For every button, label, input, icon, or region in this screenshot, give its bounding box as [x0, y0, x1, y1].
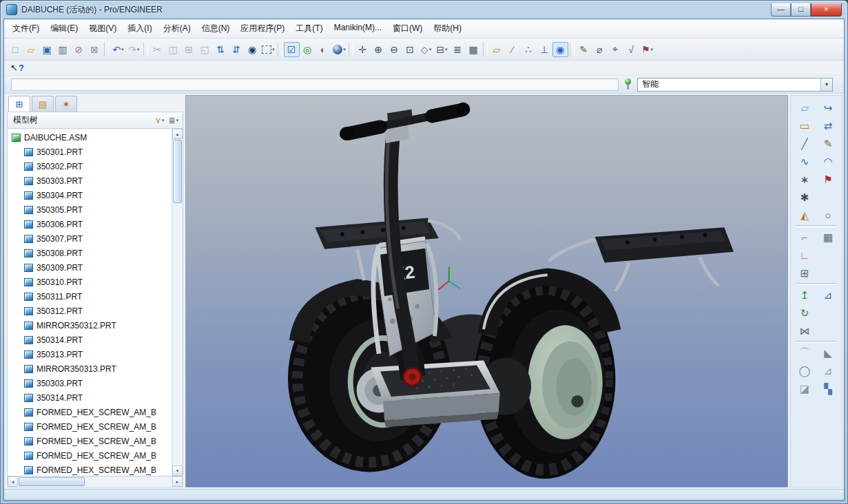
- tree-item[interactable]: 350312.PRT: [8, 304, 172, 318]
- vertical-scroll-thumb[interactable]: [173, 140, 182, 203]
- tree-item[interactable]: MIRROR350313.PRT: [8, 361, 172, 376]
- menu-item[interactable]: 帮助(H): [428, 21, 467, 36]
- feature-tool-icon[interactable]: [796, 225, 837, 227]
- annotation-gtol-icon[interactable]: ⌖: [608, 42, 623, 57]
- tree-item[interactable]: DAIBUCHE.ASM: [8, 130, 172, 145]
- menu-item[interactable]: 编辑(E): [45, 21, 83, 36]
- round-tool-icon[interactable]: ⌒: [796, 345, 814, 361]
- tree-item[interactable]: 350303.PRT: [8, 376, 172, 390]
- scroll-left-icon[interactable]: ◂: [8, 476, 18, 487]
- tree-item[interactable]: 350314.PRT: [8, 333, 172, 347]
- appearance-icon[interactable]: ◐: [316, 42, 331, 57]
- feature-tool-icon[interactable]: [796, 341, 837, 343]
- favorites-tab[interactable]: ✶: [55, 96, 77, 112]
- delete-old-versions-icon[interactable]: ⊠: [87, 42, 103, 57]
- combo-dropdown-icon[interactable]: ▾: [820, 78, 832, 91]
- title-bar[interactable]: DAIBUCHE (活动的) - Pro/ENGINEER — □ ×: [3, 1, 845, 19]
- tree-vertical-scrollbar[interactable]: ▴ ▾: [172, 129, 183, 476]
- revolve-tool-icon[interactable]: ↻: [796, 305, 814, 321]
- spin-center-toggle-icon[interactable]: ◉: [552, 42, 568, 57]
- context-help-icon[interactable]: ↖?: [10, 63, 24, 73]
- menu-item[interactable]: 分析(A): [158, 21, 196, 36]
- balloon-tool-icon[interactable]: ○: [819, 207, 837, 223]
- tree-item[interactable]: 350303.PRT: [8, 174, 172, 188]
- offset-edge-icon[interactable]: ∟: [796, 247, 814, 263]
- toolbar-icon[interactable]: [278, 43, 282, 56]
- tree-item[interactable]: 350306.PRT: [8, 217, 172, 231]
- surface-tool-icon[interactable]: ◠: [819, 154, 837, 169]
- pattern-tool-icon[interactable]: ▚: [819, 381, 837, 397]
- orient-icon[interactable]: ◇▾: [418, 42, 434, 57]
- tree-item[interactable]: MIRROR350312.PRT: [8, 318, 172, 333]
- shell-tool-icon[interactable]: ◯: [796, 363, 814, 379]
- view-manager-icon[interactable]: ▦: [466, 42, 482, 57]
- tree-item[interactable]: FORMED_HEX_SCREW_AM_B: [8, 448, 172, 463]
- menu-item[interactable]: Manikin(M)...: [329, 21, 387, 36]
- saved-views-icon[interactable]: ⊟▾: [434, 42, 450, 57]
- toolbar-icon[interactable]: [570, 43, 575, 56]
- feature-tool-icon[interactable]: [796, 283, 837, 285]
- menu-item[interactable]: 文件(F): [7, 21, 45, 36]
- tree-item[interactable]: 350308.PRT: [8, 246, 172, 260]
- tree-item[interactable]: 350302.PRT: [8, 159, 172, 174]
- datum-axes-toggle-icon[interactable]: ∕: [505, 42, 521, 57]
- menu-item[interactable]: 插入(I): [122, 21, 157, 36]
- tree-item[interactable]: 350313.PRT: [8, 347, 172, 361]
- tree-item[interactable]: FORMED_HEX_SCREW_AM_B: [8, 463, 172, 476]
- tree-item[interactable]: FORMED_HEX_SCREW_AM_B: [8, 419, 172, 434]
- regenerate-manager-icon[interactable]: ⇵: [229, 42, 245, 57]
- selection-filter-combo[interactable]: 智能 ▾: [637, 78, 833, 92]
- toolbar-icon[interactable]: [349, 43, 353, 56]
- line-tool-icon[interactable]: ╱: [796, 136, 814, 151]
- menu-item[interactable]: 视图(V): [83, 21, 122, 36]
- toolbar-icon[interactable]: [483, 43, 488, 56]
- scroll-right-icon[interactable]: ▸: [172, 476, 183, 487]
- menu-item[interactable]: 信息(N): [196, 21, 236, 36]
- scroll-up-icon[interactable]: ▴: [172, 129, 183, 139]
- open-icon[interactable]: ▱: [23, 42, 39, 57]
- annotation-surface-finish-icon[interactable]: √: [623, 42, 639, 57]
- chamfer-tool-icon[interactable]: ◣: [819, 345, 837, 361]
- undo-icon[interactable]: ↶▾: [110, 42, 126, 57]
- paste-icon[interactable]: ⊞: [181, 42, 197, 57]
- spin-pan-icon[interactable]: ✛: [355, 42, 371, 57]
- layers-icon[interactable]: ≣: [450, 42, 466, 57]
- sketch-region-icon[interactable]: ▱: [796, 100, 814, 116]
- axis-point-icon[interactable]: ✱: [796, 189, 814, 205]
- select-rectangle-icon[interactable]: ▾: [260, 42, 276, 57]
- horizontal-scroll-thumb[interactable]: [19, 477, 85, 486]
- vertical-scroll-track[interactable]: [172, 204, 183, 465]
- new-file-icon[interactable]: □: [8, 42, 23, 57]
- model-tree-tab[interactable]: ⊞: [8, 96, 30, 112]
- tree-item[interactable]: 350309.PRT: [8, 260, 172, 275]
- scroll-down-icon[interactable]: ▾: [172, 465, 183, 476]
- point-tool-icon[interactable]: ∗: [796, 171, 814, 187]
- draft-tool-icon[interactable]: ⊿: [819, 363, 837, 379]
- tree-item[interactable]: 350311.PRT: [8, 289, 172, 304]
- spline-tool-icon[interactable]: ∿: [796, 154, 814, 169]
- horizontal-scroll-track[interactable]: [85, 476, 172, 487]
- toolbar-icon[interactable]: [143, 43, 148, 56]
- print-icon[interactable]: ▥: [55, 42, 71, 57]
- hatch-tool-icon[interactable]: ◭: [796, 207, 814, 223]
- flag-note-icon[interactable]: ⚑: [819, 171, 837, 187]
- use-edge-icon[interactable]: ⌐: [796, 229, 814, 245]
- find-icon[interactable]: ◉: [245, 42, 260, 57]
- annotation-designate-icon[interactable]: ⚑▾: [639, 42, 655, 57]
- datum-points-toggle-icon[interactable]: ∴: [521, 42, 537, 57]
- redo-icon[interactable]: ↷▾: [126, 42, 142, 57]
- annotation-dimension-icon[interactable]: ⌀: [592, 42, 608, 57]
- regenerate-icon[interactable]: ⇅: [213, 42, 229, 57]
- cut-icon[interactable]: ✂: [149, 42, 165, 57]
- tree-item[interactable]: 350301.PRT: [8, 145, 172, 159]
- tree-item[interactable]: 350310.PRT: [8, 275, 172, 289]
- erase-display-icon[interactable]: ⊘: [71, 42, 87, 57]
- datum-plane-icon[interactable]: ▭: [796, 118, 814, 134]
- tree-item[interactable]: 350307.PRT: [8, 231, 172, 246]
- tree-item[interactable]: 350314.PRT: [8, 390, 172, 405]
- tree-item[interactable]: FORMED_HEX_SCREW_AM_B: [8, 434, 172, 448]
- graphics-area[interactable]: X2: [185, 95, 788, 487]
- zoom-in-icon[interactable]: ⊕: [371, 42, 386, 57]
- copy-geometry-icon[interactable]: ⊞: [796, 265, 814, 281]
- swap-tool-icon[interactable]: ⇄: [819, 118, 837, 134]
